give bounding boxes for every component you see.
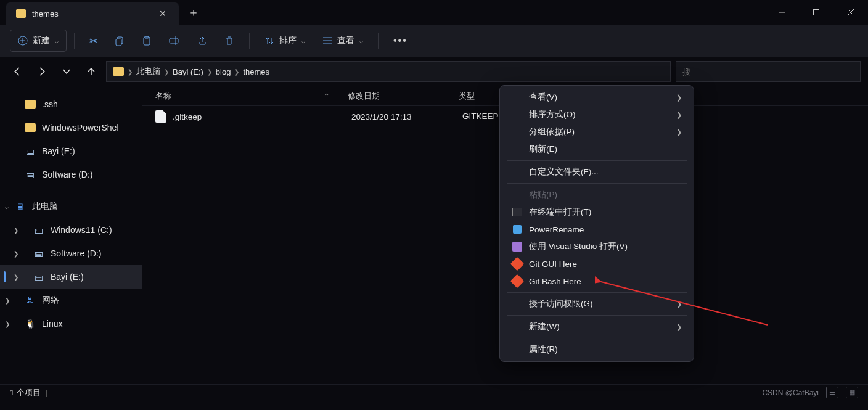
chevron-right-icon[interactable]: ❯ [5,297,10,304]
drive-icon: 🖴 [25,146,36,156]
chevron-right-icon[interactable]: ❯ [14,250,18,257]
sidebar-item-drive-e[interactable]: ❯🖴Bayi (E:) [0,265,142,289]
ctx-visual-studio[interactable]: 使用 Visual Studio 打开(V) [503,238,690,255]
scissors-icon: ✂ [89,35,97,47]
chevron-right-icon[interactable]: ❯ [14,227,18,234]
ctx-git-bash[interactable]: Git Bash Here [503,273,690,290]
watermark: CSDN @CatBayi [762,388,819,397]
minimize-button[interactable] [764,0,799,25]
chevron-right-icon: ❯ [676,323,682,331]
sidebar-item-this-pc[interactable]: ⌵🖥此电脑 [0,195,142,218]
terminal-icon [512,207,523,218]
crumb-themes[interactable]: themes [243,67,269,76]
tab-themes[interactable]: themes ✕ [6,2,179,25]
breadcrumb[interactable]: ❯ 此电脑 ❯ Bayi (E:) ❯ blog ❯ themes [106,61,671,82]
chevron-right-icon: ❯ [676,300,682,308]
ctx-group[interactable]: 分组依据(P)❯ [503,123,690,141]
chevron-right-icon[interactable]: ❯ [5,321,10,327]
sidebar-item-software[interactable]: 🖴Software (D:) [0,163,142,186]
delete-button[interactable] [217,30,242,52]
chevron-down-icon: ⌵ [359,38,363,44]
pc-icon: 🖥 [15,202,26,211]
chevron-right-icon[interactable]: ❯ [14,274,18,281]
forward-button[interactable] [32,62,52,81]
context-menu: 查看(V)❯ 排序方式(O)❯ 分组依据(P)❯ 刷新(E) 自定义文件夹(F)… [499,85,694,362]
col-date[interactable]: 修改日期 [348,91,459,102]
new-tab-button[interactable]: ＋ [179,0,208,25]
drive-icon: 🖴 [25,170,36,179]
sort-button[interactable]: 排序 ⌵ [257,30,313,52]
share-button[interactable] [190,30,215,52]
cut-button[interactable]: ✂ [82,30,105,52]
sidebar-item-network[interactable]: ❯🖧网络 [0,289,142,312]
crumb-pc[interactable]: 此电脑 [136,66,160,77]
copy-button[interactable] [107,30,132,52]
chevron-right-icon: ❯ [207,68,212,75]
chevron-down-icon[interactable]: ⌵ [5,203,9,210]
title-bar: themes ✕ ＋ [0,0,868,25]
chevron-down-icon: ⌵ [55,38,59,44]
sort-label: 排序 [279,35,297,46]
recent-button[interactable] [57,62,76,81]
git-icon [512,276,523,287]
crumb-drive[interactable]: Bayi (E:) [173,67,203,76]
svg-rect-11 [170,38,178,43]
thumbnails-view-button[interactable]: ▦ [846,387,858,398]
chevron-right-icon: ❯ [676,128,682,136]
linux-icon: 🐧 [25,319,36,329]
ctx-refresh[interactable]: 刷新(E) [503,141,690,158]
ctx-git-gui[interactable]: Git GUI Here [503,255,690,273]
maximize-button[interactable] [799,0,833,25]
network-icon: 🖧 [25,295,36,305]
svg-rect-8 [116,39,121,46]
view-button[interactable]: 查看 ⌵ [315,30,371,52]
chevron-right-icon: ❯ [676,111,682,119]
chevron-right-icon: ❯ [164,68,169,75]
crumb-blog[interactable]: blog [216,67,231,76]
visual-studio-icon [512,241,523,252]
more-button[interactable]: ••• [386,30,415,52]
col-name[interactable]: 名称 [155,91,171,102]
drive-icon: 🖴 [33,272,44,282]
paste-button[interactable] [134,30,159,52]
new-button[interactable]: 新建 ⌵ [10,30,67,52]
ctx-power-rename[interactable]: PowerRename [503,221,690,238]
drive-icon: 🖴 [33,225,44,235]
main-content: .ssh WindowsPowerShel 🖴Bayi (E:) 🖴Softwa… [0,86,868,384]
sidebar-item-powershell[interactable]: WindowsPowerShel [0,116,142,139]
svg-rect-1 [814,10,819,15]
up-button[interactable] [81,62,101,81]
new-label: 新建 [33,35,50,46]
chevron-right-icon: ❯ [676,94,682,102]
ctx-grant-access[interactable]: 授予访问权限(G)❯ [503,295,690,313]
address-row: ❯ 此电脑 ❯ Bayi (E:) ❯ blog ❯ themes [0,57,868,86]
back-button[interactable] [7,62,27,81]
sidebar-item-drive-c[interactable]: ❯🖴Windows11 (C:) [0,218,142,242]
chevron-right-icon: ❯ [128,68,133,75]
folder-icon [113,67,124,76]
close-window-button[interactable] [833,0,868,25]
search-box[interactable] [676,61,861,82]
ctx-new[interactable]: 新建(W)❯ [503,318,690,335]
ctx-view[interactable]: 查看(V)❯ [503,89,690,106]
close-tab-button[interactable]: ✕ [157,7,169,20]
sidebar-item-ssh[interactable]: .ssh [0,92,142,116]
item-count: 1 个项目 [10,387,41,398]
ctx-sort[interactable]: 排序方式(O)❯ [503,106,690,123]
sidebar-item-linux[interactable]: ❯🐧Linux [0,312,142,335]
folder-icon [25,123,36,132]
git-icon [512,258,523,269]
sidebar-item-drive-d[interactable]: ❯🖴Software (D:) [0,242,142,265]
details-view-button[interactable]: ☰ [826,387,838,398]
rename-button[interactable] [162,30,187,52]
ctx-terminal[interactable]: 在终端中打开(T) [503,203,690,221]
sidebar-item-bayi[interactable]: 🖴Bayi (E:) [0,139,142,163]
ctx-properties[interactable]: 属性(R) [503,341,690,358]
ctx-customize[interactable]: 自定义文件夹(F)... [503,163,690,181]
tab-title: themes [32,9,150,18]
window-controls [764,0,868,25]
sort-indicator-icon: ⌃ [324,92,329,99]
folder-icon [25,100,36,109]
search-input[interactable] [682,67,854,76]
folder-icon [16,9,26,18]
